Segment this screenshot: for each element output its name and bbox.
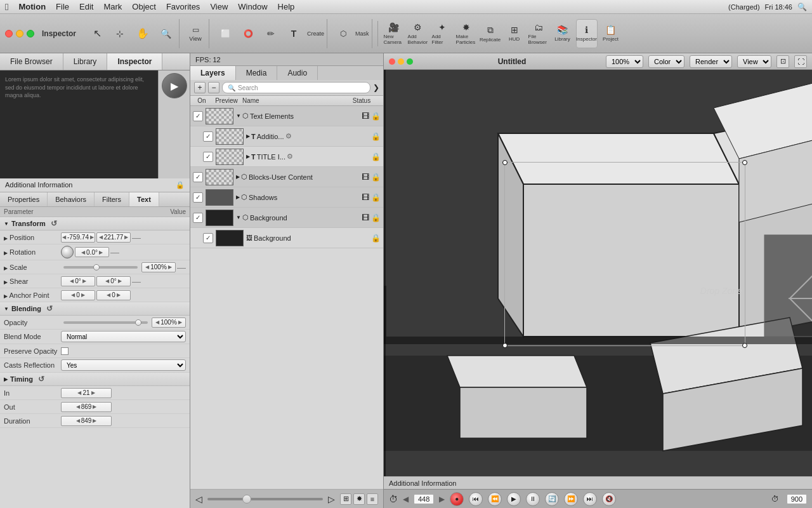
layer-on-checkbox[interactable]: ✓ <box>203 152 213 162</box>
opacity-field[interactable]: ◀ 100% ▶ <box>152 318 186 328</box>
next-frame-btn[interactable]: ▶ <box>439 495 445 504</box>
shear-y-field[interactable]: ◀ 0° ▶ <box>96 276 131 286</box>
select-tool-btn[interactable]: ↖ <box>86 19 108 48</box>
blending-reset-btn[interactable]: ↺ <box>46 304 53 313</box>
vp-close[interactable] <box>389 58 395 65</box>
list-item[interactable]: ✓ ▶ T TITLE I... ⚙ 🔒 <box>190 147 383 167</box>
end-btn[interactable]: ⏭ <box>583 492 597 506</box>
menu-mark[interactable]: Mark <box>103 2 122 11</box>
position-reset[interactable]: — <box>132 232 141 243</box>
pause-btn[interactable]: ⏸ <box>526 492 540 506</box>
pos-x-inc[interactable]: ▶ <box>90 234 94 240</box>
replicate-btn[interactable]: ⧉Replicate <box>480 19 501 48</box>
rect-btn[interactable]: ⬜ <box>214 19 236 48</box>
tab-behaviors[interactable]: Behaviors <box>48 192 95 206</box>
list-item[interactable]: ✓ ▼ ⬡ Text Elements 🎞 🔒 <box>190 106 383 126</box>
layer-on-checkbox[interactable]: ✓ <box>193 172 203 182</box>
circle-btn[interactable]: ⭕ <box>237 19 259 48</box>
anchor-x-field[interactable]: ◀ 0 ▶ <box>61 290 95 300</box>
scale-reset[interactable]: — <box>177 262 186 272</box>
list-item[interactable]: ✓ ▼ ⬡ Background 🎞 🔒 <box>190 208 383 228</box>
remove-layer-btn[interactable]: − <box>208 82 219 93</box>
canvas-content[interactable]: Drop Zone <box>384 70 812 476</box>
list-item[interactable]: ✓ ▶ T Additio... ⚙ 🔒 <box>190 126 383 147</box>
rotation-dial[interactable] <box>61 246 74 258</box>
hud-btn[interactable]: ⊞HUD <box>504 19 525 48</box>
tab-properties[interactable]: Properties <box>0 192 48 206</box>
mask-btn[interactable]: ⬡ <box>332 19 354 48</box>
shear-reset[interactable]: — <box>132 276 141 286</box>
position-y-field[interactable]: ◀ 221.77 ▶ <box>96 232 131 243</box>
new-camera-btn[interactable]: 🎥New Camera <box>383 19 405 48</box>
view-btn[interactable]: ▭View <box>185 19 206 48</box>
pos-y-inc[interactable]: ▶ <box>124 234 128 240</box>
layer-on-checkbox[interactable]: ✓ <box>193 111 203 121</box>
timing-out-field[interactable]: ◀ 869 ▶ <box>61 402 112 412</box>
mute-btn[interactable]: 🔇 <box>602 492 616 506</box>
menu-view[interactable]: View <box>210 2 228 11</box>
view-mode-1[interactable]: ⊞ <box>340 493 351 505</box>
menu-file[interactable]: File <box>56 2 69 11</box>
fit-btn[interactable]: ⊡ <box>776 55 789 68</box>
menu-object[interactable]: Object <box>132 2 156 11</box>
expand-triangle[interactable]: ▶ <box>246 133 250 139</box>
settings-icon[interactable]: ⚙ <box>287 152 293 161</box>
pos-y-dec[interactable]: ◀ <box>99 234 103 240</box>
frame-counter[interactable]: 448 <box>414 494 434 504</box>
maximize-btn[interactable] <box>27 30 34 37</box>
view-select[interactable]: View <box>737 55 771 68</box>
menu-window[interactable]: Window <box>238 2 267 11</box>
position-x-field[interactable]: ◀ -759.74 ▶ <box>61 232 95 243</box>
menu-help[interactable]: Help <box>278 2 295 11</box>
layer-on-checkbox[interactable]: ✓ <box>193 213 203 223</box>
menu-edit[interactable]: Edit <box>79 2 93 11</box>
opacity-slider[interactable] <box>63 321 148 324</box>
transform-section-header[interactable]: ▼ Transform ↺ <box>0 217 190 231</box>
tab-inspector[interactable]: Inspector <box>107 53 162 70</box>
zoom-tool-btn[interactable]: 🔍 <box>155 19 176 48</box>
tab-file-browser[interactable]: File Browser <box>0 53 63 70</box>
library-btn[interactable]: 📚Library <box>552 19 573 48</box>
inspector-btn[interactable]: ℹInspector <box>576 19 598 48</box>
anchor-y-field[interactable]: ◀ 0 ▶ <box>96 290 131 300</box>
tab-text[interactable]: Text <box>129 192 159 206</box>
list-item[interactable]: ✓ ▶ ⬡ Blocks-User Content 🎞 🔒 <box>190 167 383 187</box>
handle-tl[interactable] <box>502 160 508 165</box>
add-filter-btn[interactable]: ✦Add Filter <box>431 19 453 48</box>
handle-br[interactable] <box>742 343 747 348</box>
tab-library[interactable]: Library <box>63 53 108 70</box>
list-item[interactable]: ✓ ▶ ⬡ Shadows 🎞 🔒 <box>190 187 383 208</box>
make-particles-btn[interactable]: ✸Make Particles <box>455 19 477 48</box>
expand-triangle[interactable]: ▶ <box>246 154 250 159</box>
rotation-reset[interactable]: — <box>110 247 119 257</box>
layer-on-checkbox[interactable]: ✓ <box>203 131 213 142</box>
record-btn[interactable]: ● <box>450 492 464 506</box>
timeline-thumb[interactable] <box>242 495 251 504</box>
close-btn[interactable] <box>5 30 13 37</box>
pos-x-dec[interactable]: ◀ <box>62 234 66 240</box>
list-item[interactable]: ✓ 🖼 Background 🔒 <box>190 228 383 248</box>
scale-field[interactable]: ◀ 100% ▶ <box>141 262 176 272</box>
timing-duration-field[interactable]: ◀ 849 ▶ <box>61 416 112 426</box>
transform-reset-btn[interactable]: ↺ <box>51 219 57 228</box>
vp-min[interactable] <box>398 58 404 65</box>
settings-icon[interactable]: ⚙ <box>285 132 292 140</box>
timeline-mini-slider[interactable] <box>207 498 323 500</box>
search-box[interactable]: 🔍 Search <box>222 82 370 93</box>
casts-reflection-select[interactable]: Yes No <box>61 359 186 371</box>
play-button[interactable]: ▶ <box>162 73 187 98</box>
prev-frame-btn[interactable]: ◀ <box>403 495 409 504</box>
blending-section-header[interactable]: ▼ Blending ↺ <box>0 302 190 316</box>
step-back-btn[interactable]: ⏪ <box>488 492 502 506</box>
apple-menu[interactable]:  <box>5 1 8 12</box>
handle-bl[interactable] <box>502 343 508 348</box>
vp-max[interactable] <box>407 58 413 65</box>
tab-filters[interactable]: Filters <box>95 192 129 206</box>
tab-layers[interactable]: Layers <box>190 66 236 80</box>
pen-btn[interactable]: ✏ <box>260 19 282 48</box>
end-frame[interactable]: 900 <box>787 494 807 504</box>
blend-mode-select[interactable]: Normal Multiply Screen <box>61 331 186 342</box>
search-icon-menu[interactable]: 🔍 <box>797 3 807 11</box>
expand-triangle[interactable]: ▼ <box>236 215 241 220</box>
zoom-select[interactable]: 100% 50% 200% <box>606 55 643 68</box>
